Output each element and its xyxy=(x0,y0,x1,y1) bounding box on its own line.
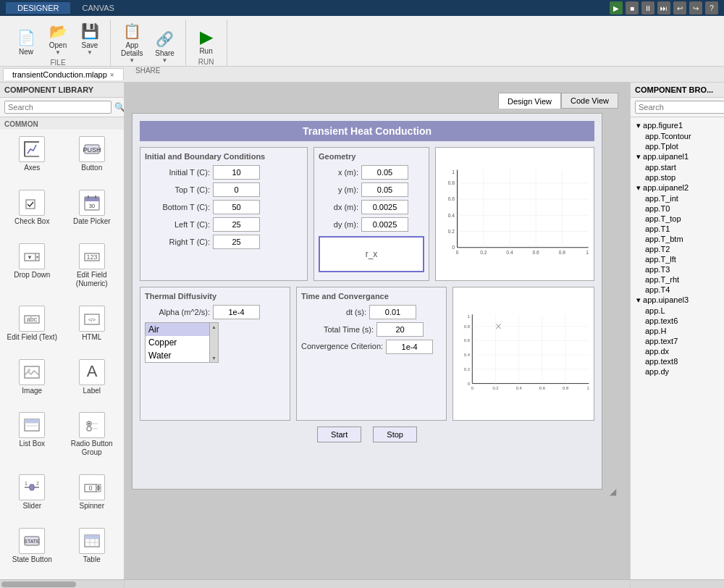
pause-btn[interactable]: ⏸ xyxy=(641,1,654,14)
component-image[interactable]: Image xyxy=(3,356,62,408)
tree-t-int[interactable]: app.T_int xyxy=(634,193,721,203)
component-spinner[interactable]: ▲▼0 Spinner xyxy=(63,471,122,523)
stop-button[interactable]: Stop xyxy=(373,427,417,442)
design-view-btn[interactable]: Design View xyxy=(498,93,561,109)
convergence-input[interactable] xyxy=(386,340,433,354)
tree-t-btm[interactable]: app.T_btm xyxy=(634,234,721,244)
dt-input[interactable] xyxy=(369,305,416,319)
component-radio[interactable]: Radio Button Group xyxy=(63,408,122,469)
right-t-row: Right T (C): xyxy=(145,235,303,249)
tree-text7[interactable]: app.text7 xyxy=(634,336,721,346)
share-label: Share xyxy=(155,49,174,57)
svg-text:30: 30 xyxy=(89,203,95,209)
x-input[interactable] xyxy=(361,165,408,180)
material-copper[interactable]: Copper xyxy=(146,336,209,349)
canvas-bottom-scroll[interactable] xyxy=(125,579,630,588)
right-t-input[interactable] xyxy=(213,235,260,249)
tab-close-btn[interactable]: × xyxy=(110,71,114,79)
run-ribbon-button[interactable]: ▶ Run xyxy=(192,25,221,56)
start-button[interactable]: Start xyxy=(317,427,361,442)
dx-input[interactable] xyxy=(361,200,408,214)
material-air[interactable]: Air xyxy=(146,323,209,336)
file-tab[interactable]: transientConduction.mlapp × xyxy=(3,68,124,80)
component-slider[interactable]: 12 Slider xyxy=(3,471,62,523)
tree-t-rht[interactable]: app.T_rht xyxy=(634,274,721,285)
spinner-label: Spinner xyxy=(80,502,104,511)
component-button[interactable]: PUSH Button xyxy=(63,133,122,185)
tab-designer[interactable]: DESIGNER xyxy=(6,2,70,14)
run-btn[interactable]: ▶ xyxy=(610,1,623,14)
component-editfield-text[interactable]: abc Edit Field (Text) xyxy=(3,302,62,354)
redo-btn[interactable]: ↪ xyxy=(689,1,702,14)
app-details-label: AppDetails xyxy=(121,41,143,57)
tree-t2[interactable]: app.T2 xyxy=(634,244,721,254)
right-panel-scroll[interactable] xyxy=(631,579,724,588)
browser-search-input[interactable] xyxy=(635,101,724,114)
tree-dy[interactable]: app.dy xyxy=(634,366,721,377)
checkbox-icon xyxy=(19,190,45,216)
tree-tplot[interactable]: app.Tplot xyxy=(634,141,721,151)
component-state-button[interactable]: STATE State Button xyxy=(3,524,62,576)
material-water[interactable]: Water xyxy=(146,349,209,362)
tree-t1[interactable]: app.T1 xyxy=(634,224,721,234)
tree-t0[interactable]: app.T0 xyxy=(634,203,721,214)
bottom-t-input[interactable] xyxy=(213,200,260,214)
dt-row: dt (s): xyxy=(301,305,442,319)
tree-dx[interactable]: app.dx xyxy=(634,346,721,356)
tree-text8[interactable]: app.text8 xyxy=(634,356,721,366)
tree-start[interactable]: app.start xyxy=(634,162,721,172)
component-datepicker[interactable]: 30 Date Picker xyxy=(63,186,122,238)
top-t-input[interactable] xyxy=(213,182,260,197)
component-table[interactable]: Table xyxy=(63,524,122,576)
save-button[interactable]: 💾 Save ▼ xyxy=(75,20,104,57)
left-panel-scrollbar[interactable] xyxy=(0,579,124,588)
tree-t4[interactable]: app.T4 xyxy=(634,285,721,295)
undo-btn[interactable]: ↩ xyxy=(673,1,686,14)
initial-t-input[interactable] xyxy=(213,165,260,180)
tree-text6[interactable]: app.text6 xyxy=(634,316,721,326)
component-axes[interactable]: Axes xyxy=(3,133,62,185)
tree-uipanel2[interactable]: ▾ app.uipanel2 xyxy=(634,182,721,193)
component-html[interactable]: </> HTML xyxy=(63,302,122,354)
canvas-scroll[interactable]: Design View Code View Transient Heat Con… xyxy=(125,83,630,579)
y-input[interactable] xyxy=(361,182,408,197)
tree-uipanel3[interactable]: ▾ app.uipanel3 xyxy=(634,295,721,306)
stop-btn[interactable]: ■ xyxy=(626,1,639,14)
tree-t-top[interactable]: app.T_top xyxy=(634,214,721,224)
dy-input[interactable] xyxy=(361,217,408,232)
material-dropdown[interactable]: Air Copper Water xyxy=(145,322,210,363)
svg-text:0.4: 0.4 xyxy=(506,250,513,255)
app-details-arrow: ▼ xyxy=(129,57,135,64)
alpha-input[interactable] xyxy=(213,305,260,319)
new-button[interactable]: 📄 New xyxy=(12,26,41,57)
tree-l[interactable]: app.L xyxy=(634,306,721,316)
tree-uipanel1[interactable]: ▾ app.uipanel1 xyxy=(634,151,721,162)
left-t-input[interactable] xyxy=(213,217,260,232)
state-button-label: State Button xyxy=(12,555,52,564)
tree-h[interactable]: app.H xyxy=(634,326,721,336)
tab-canvas[interactable]: CANVAS xyxy=(70,2,125,14)
step-btn[interactable]: ⏭ xyxy=(657,1,670,14)
tree-t-lft[interactable]: app.T_lft xyxy=(634,254,721,264)
component-listbox[interactable]: List Box xyxy=(3,408,62,469)
component-checkbox[interactable]: Check Box xyxy=(3,186,62,238)
total-time-input[interactable] xyxy=(376,322,424,337)
share-button[interactable]: 🔗 Share ▼ xyxy=(151,28,180,65)
help-btn[interactable]: ? xyxy=(705,1,718,14)
tree-stop[interactable]: app.stop xyxy=(634,172,721,182)
dropdown-scrollbar[interactable]: ▲ ▼ xyxy=(210,322,219,363)
component-editfield-numeric[interactable]: 123 Edit Field (Numeric) xyxy=(63,240,122,301)
resize-handle[interactable]: ◢ xyxy=(610,487,618,495)
component-search-input[interactable] xyxy=(4,101,111,114)
left-scrollbar-thumb[interactable] xyxy=(1,581,76,587)
tree-figure1[interactable]: ▾ app.figure1 xyxy=(634,120,721,131)
spinner-icon: ▲▼0 xyxy=(79,474,105,500)
component-dropdown[interactable]: ▼ Drop Down xyxy=(3,240,62,301)
tree-t3[interactable]: app.T3 xyxy=(634,264,721,274)
open-button[interactable]: 📂 Open ▼ xyxy=(43,20,72,57)
app-details-button[interactable]: 📋 AppDetails ▼ xyxy=(117,20,148,65)
tree-tcontour[interactable]: app.Tcontour xyxy=(634,131,721,141)
code-view-btn[interactable]: Code View xyxy=(561,93,618,109)
html-label: HTML xyxy=(82,333,101,342)
component-label[interactable]: A Label xyxy=(63,356,122,408)
